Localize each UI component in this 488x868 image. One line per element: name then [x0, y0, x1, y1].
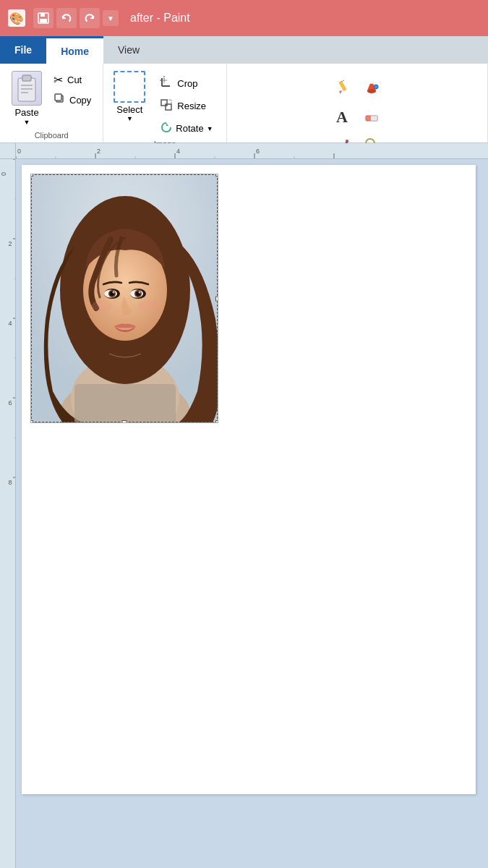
tab-view[interactable]: View — [103, 36, 154, 64]
select-rect-icon — [114, 71, 145, 103]
fill-tool[interactable] — [359, 74, 385, 100]
svg-rect-6 — [22, 75, 31, 81]
svg-text:4: 4 — [176, 148, 180, 155]
svg-rect-16 — [161, 100, 167, 106]
copy-label: Copy — [69, 95, 91, 106]
eraser-tool[interactable] — [359, 103, 385, 129]
svg-text:0: 0 — [17, 148, 21, 155]
svg-rect-4 — [40, 19, 47, 22]
tools-group: A — [227, 64, 488, 142]
handle-top-left[interactable] — [30, 174, 33, 176]
handle-mid-bottom[interactable] — [122, 420, 127, 423]
canvas-area[interactable] — [16, 159, 488, 868]
svg-text:8: 8 — [8, 479, 12, 486]
pencil-tool[interactable] — [330, 74, 356, 100]
text-tool[interactable]: A — [330, 103, 356, 129]
quick-access-dropdown[interactable]: ▼ — [103, 10, 119, 26]
crop-label: Crop — [177, 78, 197, 89]
title-bar: 🎨 ▼ after - Paint — [0, 0, 488, 36]
ruler-vertical: 0 2 4 6 8 — [0, 159, 16, 868]
clipboard-group: Paste ▼ ✂ Cut Copy — [0, 64, 103, 142]
select-label: Select — [116, 104, 142, 115]
select-dropdown-arrow: ▼ — [127, 115, 133, 122]
svg-rect-20 — [338, 81, 346, 92]
svg-point-77 — [92, 300, 112, 312]
svg-rect-3 — [40, 13, 45, 17]
handle-top-right[interactable] — [215, 174, 218, 176]
handle-bottom-right[interactable] — [215, 420, 218, 423]
selected-image[interactable] — [30, 174, 218, 423]
crop-button[interactable]: Crop — [154, 74, 218, 93]
save-button[interactable] — [33, 8, 53, 28]
scissors-icon: ✂ — [53, 73, 63, 87]
undo-button[interactable] — [56, 8, 77, 28]
svg-text:A: A — [336, 108, 348, 125]
svg-point-75 — [113, 292, 115, 294]
white-canvas[interactable] — [22, 165, 476, 794]
svg-point-78 — [138, 300, 158, 312]
svg-point-23 — [367, 89, 376, 93]
handle-bottom-left[interactable] — [30, 420, 33, 423]
app-icon: 🎨 — [6, 7, 27, 29]
copy-icon — [53, 93, 65, 107]
rotate-button[interactable]: Rotate ▼ — [154, 119, 218, 138]
svg-point-24 — [374, 85, 378, 89]
svg-text:0: 0 — [0, 172, 7, 176]
resize-label: Resize — [177, 101, 206, 111]
resize-button[interactable]: Resize — [154, 96, 218, 116]
handle-mid-right[interactable] — [215, 296, 218, 301]
svg-text:🎨: 🎨 — [9, 12, 24, 25]
clipboard-label: Clipboard — [7, 129, 95, 142]
select-button[interactable]: Select ▼ — [111, 68, 148, 125]
redo-button[interactable] — [80, 8, 100, 28]
paste-button[interactable]: Paste ▼ — [7, 68, 46, 129]
svg-rect-27 — [370, 116, 377, 121]
ruler-corner — [0, 143, 16, 159]
svg-line-22 — [341, 80, 344, 82]
svg-point-76 — [139, 292, 141, 294]
ruler-horizontal: 0 2 4 6 — [16, 143, 488, 159]
svg-marker-21 — [339, 90, 342, 94]
canvas-container: 0 2 4 6 — [0, 143, 488, 868]
svg-text:2: 2 — [97, 148, 100, 155]
ribbon: Paste ▼ ✂ Cut Copy — [0, 64, 488, 143]
cut-button[interactable]: ✂ Cut — [49, 71, 95, 89]
rotate-label: Rotate — [176, 123, 203, 134]
copy-button[interactable]: Copy — [49, 90, 95, 109]
app-title: after - Paint — [130, 12, 482, 25]
paste-icon — [12, 71, 42, 106]
rotate-icon — [160, 121, 173, 136]
svg-text:6: 6 — [256, 148, 260, 155]
tab-home[interactable]: Home — [46, 36, 103, 64]
svg-rect-11 — [55, 94, 61, 101]
svg-rect-17 — [166, 104, 171, 110]
rotate-dropdown-arrow: ▼ — [207, 125, 213, 132]
ribbon-tabs: File Home View — [0, 36, 488, 64]
tab-file[interactable]: File — [0, 36, 46, 64]
svg-rect-5 — [18, 78, 35, 101]
resize-icon — [160, 98, 173, 114]
crop-icon — [160, 76, 173, 91]
paste-dropdown-arrow: ▼ — [24, 119, 30, 126]
svg-point-31 — [346, 140, 348, 142]
paste-label: Paste — [14, 107, 38, 118]
svg-rect-79 — [74, 384, 176, 423]
svg-text:2: 2 — [8, 240, 12, 247]
image-group: Select ▼ Crop — [103, 64, 226, 142]
svg-text:6: 6 — [8, 399, 12, 407]
svg-text:4: 4 — [8, 320, 12, 327]
cut-label: Cut — [67, 75, 82, 85]
